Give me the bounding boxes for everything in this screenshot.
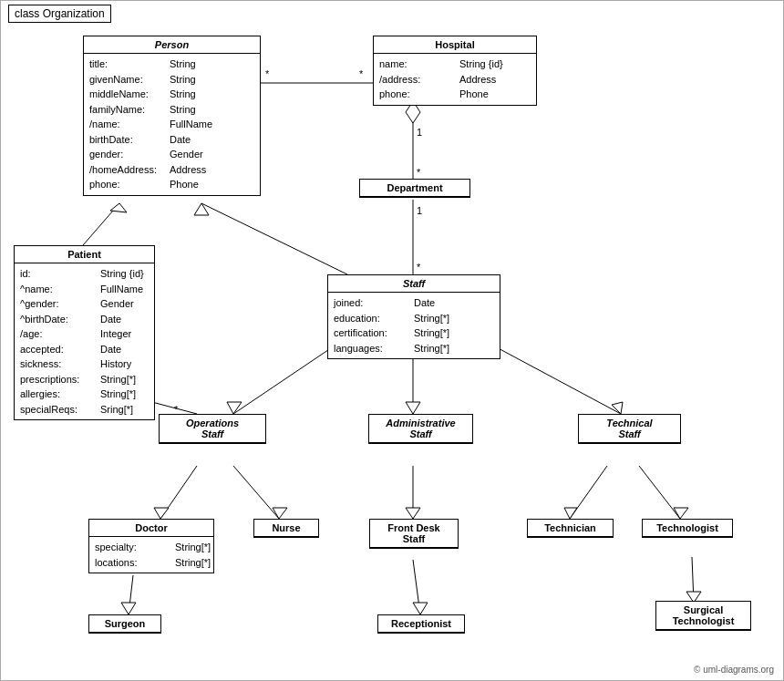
class-technologist: Technologist bbox=[642, 519, 733, 538]
copyright: © uml-diagrams.org bbox=[694, 665, 774, 675]
class-receptionist: Receptionist bbox=[377, 614, 465, 634]
class-department: Department bbox=[359, 179, 470, 198]
svg-marker-29 bbox=[406, 508, 420, 519]
svg-marker-35 bbox=[121, 603, 136, 614]
svg-marker-37 bbox=[413, 603, 428, 614]
svg-marker-31 bbox=[564, 508, 577, 519]
class-hospital-attrs: name:String {id} /address:Address phone:… bbox=[374, 54, 536, 105]
svg-marker-21 bbox=[406, 402, 420, 414]
svg-line-24 bbox=[160, 466, 197, 519]
svg-line-30 bbox=[570, 466, 607, 519]
class-technologist-name: Technologist bbox=[643, 520, 732, 537]
class-technician-name: Technician bbox=[528, 520, 613, 537]
class-hospital: Hospital name:String {id} /address:Addre… bbox=[373, 36, 537, 106]
class-technical-staff: TechnicalStaff bbox=[578, 414, 681, 444]
svg-marker-27 bbox=[273, 508, 287, 519]
svg-line-32 bbox=[639, 466, 680, 519]
svg-text:1: 1 bbox=[417, 127, 422, 138]
class-receptionist-name: Receptionist bbox=[378, 615, 464, 633]
svg-text:1: 1 bbox=[417, 205, 422, 216]
svg-line-26 bbox=[233, 466, 279, 519]
class-patient-name: Patient bbox=[15, 246, 154, 263]
class-technician: Technician bbox=[527, 519, 614, 538]
svg-marker-23 bbox=[612, 402, 623, 414]
class-person-name: Person bbox=[84, 36, 260, 54]
class-nurse-name: Nurse bbox=[254, 520, 318, 537]
class-doctor-attrs: specialty:String[*] locations:String[*] bbox=[89, 537, 213, 573]
class-surgeon-name: Surgeon bbox=[89, 615, 160, 633]
class-staff-name: Staff bbox=[328, 275, 500, 293]
svg-line-11 bbox=[83, 203, 119, 245]
svg-text:*: * bbox=[417, 262, 421, 273]
class-surgical-technologist: SurgicalTechnologist bbox=[655, 601, 751, 631]
class-admin-staff-name: AdministrativeStaff bbox=[369, 415, 472, 443]
class-doctor: Doctor specialty:String[*] locations:Str… bbox=[88, 519, 214, 573]
class-operations-staff-name: OperationsStaff bbox=[160, 415, 265, 443]
class-person: Person title:String givenName:String mid… bbox=[83, 36, 261, 196]
class-staff: Staff joined:Date education:String[*] ce… bbox=[327, 274, 500, 359]
class-nurse: Nurse bbox=[253, 519, 319, 538]
class-front-desk-staff: Front DeskStaff bbox=[369, 519, 459, 549]
svg-text:*: * bbox=[265, 68, 270, 79]
svg-text:*: * bbox=[359, 68, 364, 79]
svg-marker-25 bbox=[154, 508, 169, 519]
svg-marker-33 bbox=[674, 508, 688, 519]
class-surgeon: Surgeon bbox=[88, 614, 161, 634]
class-patient: Patient id:String {id} ^name:FullName ^g… bbox=[14, 245, 155, 420]
class-staff-attrs: joined:Date education:String[*] certific… bbox=[328, 293, 500, 358]
class-person-attrs: title:String givenName:String middleName… bbox=[84, 54, 260, 195]
class-hospital-name: Hospital bbox=[374, 36, 536, 54]
svg-marker-19 bbox=[227, 402, 242, 414]
svg-marker-12 bbox=[110, 203, 127, 212]
class-front-desk-staff-name: Front DeskStaff bbox=[370, 520, 458, 548]
diagram-title: class Organization bbox=[8, 5, 111, 23]
class-department-name: Department bbox=[360, 180, 469, 197]
class-operations-staff: OperationsStaff bbox=[159, 414, 266, 444]
svg-line-34 bbox=[129, 575, 133, 614]
svg-text:*: * bbox=[417, 167, 421, 178]
svg-line-13 bbox=[201, 203, 347, 274]
class-doctor-name: Doctor bbox=[89, 520, 213, 537]
svg-line-36 bbox=[413, 560, 420, 614]
svg-marker-14 bbox=[194, 203, 209, 215]
class-patient-attrs: id:String {id} ^name:FullName ^gender:Ge… bbox=[15, 263, 154, 419]
class-admin-staff: AdministrativeStaff bbox=[368, 414, 473, 444]
class-technical-staff-name: TechnicalStaff bbox=[579, 415, 680, 443]
svg-line-38 bbox=[692, 557, 694, 603]
class-surgical-technologist-name: SurgicalTechnologist bbox=[656, 602, 750, 630]
diagram-container: class Organization * * 1 * 1 * * * bbox=[0, 0, 784, 681]
